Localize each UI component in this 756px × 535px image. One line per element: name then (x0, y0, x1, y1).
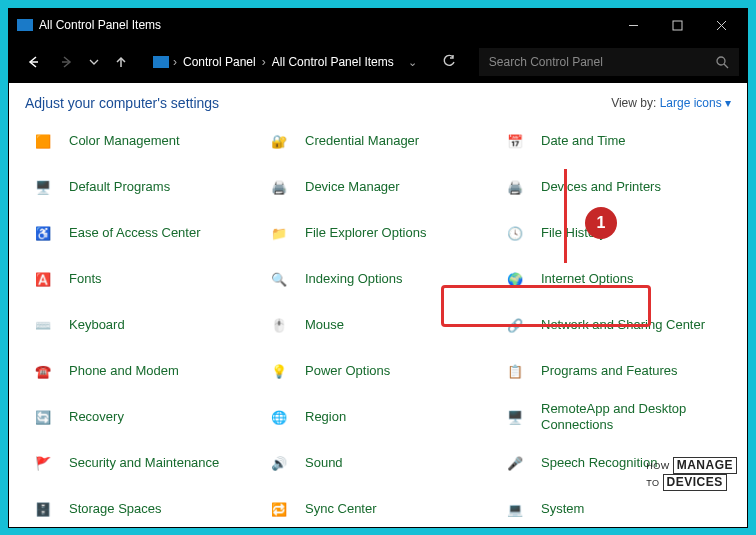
view-by-dropdown[interactable]: Large icons ▾ (660, 96, 731, 110)
page-title: Adjust your computer's settings (25, 95, 219, 111)
window-icon (17, 19, 33, 31)
item-label: RemoteApp and Desktop Connections (541, 401, 729, 434)
item-security-maintenance[interactable]: 🚩Security and Maintenance (25, 444, 259, 484)
chevron-right-icon: › (173, 55, 177, 69)
date-time-icon: 📅 (499, 125, 531, 157)
file-explorer-options-icon: 📁 (263, 217, 295, 249)
item-label: Internet Options (541, 271, 634, 287)
item-file-explorer-options[interactable]: 📁File Explorer Options (261, 213, 495, 253)
content-pane: Adjust your computer's settings View by:… (9, 83, 747, 527)
item-label: Mouse (305, 317, 344, 333)
keyboard-icon: ⌨️ (27, 309, 59, 341)
region-icon: 🌐 (263, 401, 295, 433)
svg-rect-1 (673, 21, 682, 30)
security-maintenance-icon: 🚩 (27, 448, 59, 480)
item-devices-printers[interactable]: 🖨️Devices and Printers (497, 167, 731, 207)
item-system[interactable]: 💻System (497, 490, 731, 528)
arrow-up-icon (114, 55, 128, 69)
search-placeholder: Search Control Panel (489, 55, 603, 69)
item-label: Devices and Printers (541, 179, 661, 195)
storage-spaces-icon: 🗄️ (27, 494, 59, 526)
item-ease-access[interactable]: ♿Ease of Access Center (25, 213, 259, 253)
indexing-options-icon: 🔍 (263, 263, 295, 295)
item-label: Fonts (69, 271, 102, 287)
forward-button[interactable] (51, 46, 83, 78)
refresh-icon (442, 54, 456, 68)
item-date-time[interactable]: 📅Date and Time (497, 121, 731, 161)
item-label: Color Management (69, 133, 180, 149)
item-label: Security and Maintenance (69, 455, 219, 471)
item-label: Default Programs (69, 179, 170, 195)
item-default-programs[interactable]: 🖥️Default Programs (25, 167, 259, 207)
ease-access-icon: ♿ (27, 217, 59, 249)
svg-line-8 (724, 64, 728, 68)
item-sound[interactable]: 🔊Sound (261, 444, 495, 484)
item-fonts[interactable]: 🅰️Fonts (25, 259, 259, 299)
recovery-icon: 🔄 (27, 401, 59, 433)
address-bar[interactable]: › Control Panel › All Control Panel Item… (143, 48, 427, 76)
address-dropdown[interactable]: ⌄ (408, 56, 417, 69)
recent-locations-button[interactable] (85, 46, 103, 78)
content-header: Adjust your computer's settings View by:… (25, 95, 731, 111)
item-label: Indexing Options (305, 271, 403, 287)
item-phone-modem[interactable]: ☎️Phone and Modem (25, 351, 259, 391)
item-keyboard[interactable]: ⌨️Keyboard (25, 305, 259, 345)
breadcrumb-all-items[interactable]: All Control Panel Items (270, 55, 396, 69)
mouse-icon: 🖱️ (263, 309, 295, 341)
item-network-sharing[interactable]: 🔗Network and Sharing Center (497, 305, 731, 345)
default-programs-icon: 🖥️ (27, 171, 59, 203)
close-button[interactable] (699, 9, 743, 41)
sound-icon: 🔊 (263, 448, 295, 480)
item-label: Speech Recognition (541, 455, 657, 471)
item-label: System (541, 501, 584, 517)
maximize-button[interactable] (655, 9, 699, 41)
item-programs-features[interactable]: 📋Programs and Features (497, 351, 731, 391)
arrow-left-icon (26, 55, 40, 69)
internet-options-icon: 🌍 (499, 263, 531, 295)
item-mouse[interactable]: 🖱️Mouse (261, 305, 495, 345)
search-icon (716, 56, 729, 69)
item-label: Programs and Features (541, 363, 678, 379)
view-by-label: View by: (611, 96, 656, 110)
titlebar: All Control Panel Items (9, 9, 747, 41)
item-storage-spaces[interactable]: 🗄️Storage Spaces (25, 490, 259, 528)
up-button[interactable] (105, 46, 137, 78)
item-power-options[interactable]: 💡Power Options (261, 351, 495, 391)
item-region[interactable]: 🌐Region (261, 397, 495, 438)
chevron-right-icon: › (262, 55, 266, 69)
item-indexing-options[interactable]: 🔍Indexing Options (261, 259, 495, 299)
item-label: Ease of Access Center (69, 225, 201, 241)
item-label: Credential Manager (305, 133, 419, 149)
item-label: Phone and Modem (69, 363, 179, 379)
svg-point-7 (717, 57, 725, 65)
phone-modem-icon: ☎️ (27, 355, 59, 387)
programs-features-icon: 📋 (499, 355, 531, 387)
item-label: Storage Spaces (69, 501, 162, 517)
item-device-manager[interactable]: 🖨️Device Manager (261, 167, 495, 207)
arrow-right-icon (60, 55, 74, 69)
breadcrumb-control-panel[interactable]: Control Panel (181, 55, 258, 69)
item-label: Network and Sharing Center (541, 317, 705, 333)
items-grid: 🟧Color Management🔐Credential Manager📅Dat… (25, 121, 731, 527)
remoteapp-icon: 🖥️ (499, 401, 531, 433)
item-recovery[interactable]: 🔄Recovery (25, 397, 259, 438)
item-color-management[interactable]: 🟧Color Management (25, 121, 259, 161)
annotation-badge: 1 (585, 207, 617, 239)
refresh-button[interactable] (435, 54, 463, 71)
file-history-icon: 🕓 (499, 217, 531, 249)
back-button[interactable] (17, 46, 49, 78)
maximize-icon (672, 20, 683, 31)
item-sync-center[interactable]: 🔁Sync Center (261, 490, 495, 528)
item-label: Sync Center (305, 501, 377, 517)
item-internet-options[interactable]: 🌍Internet Options (497, 259, 731, 299)
item-label: File Explorer Options (305, 225, 426, 241)
search-input[interactable]: Search Control Panel (479, 48, 739, 76)
system-icon: 💻 (499, 494, 531, 526)
item-remoteapp[interactable]: 🖥️RemoteApp and Desktop Connections (497, 397, 731, 438)
minimize-button[interactable] (611, 9, 655, 41)
item-label: Sound (305, 455, 343, 471)
fonts-icon: 🅰️ (27, 263, 59, 295)
control-panel-window: All Control Panel Items › Control Panel … (8, 8, 748, 528)
window-title: All Control Panel Items (39, 18, 611, 32)
item-credential-manager[interactable]: 🔐Credential Manager (261, 121, 495, 161)
